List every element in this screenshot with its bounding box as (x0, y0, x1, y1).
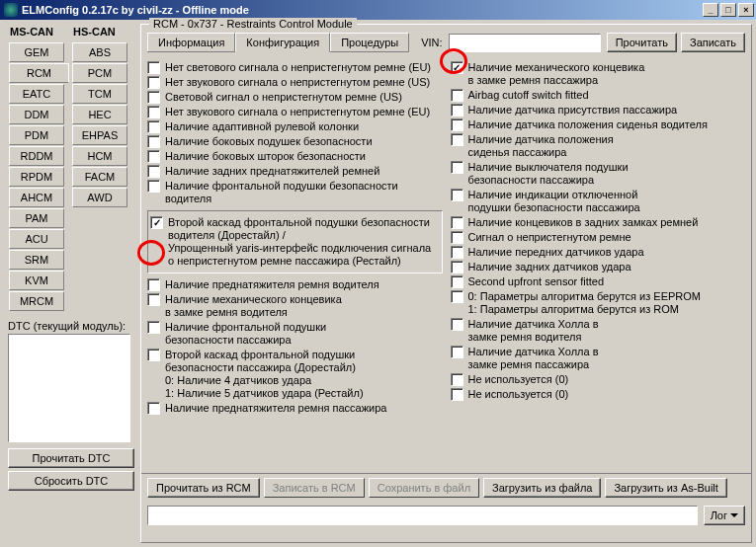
module-tab-tcm[interactable]: TCM (72, 84, 127, 104)
reset-dtc-button[interactable]: Сбросить DTC (8, 471, 134, 491)
checkbox-label: Second upfront sensor fitted (468, 275, 746, 288)
module-tab-abs[interactable]: ABS (72, 42, 127, 62)
checkbox[interactable] (147, 278, 160, 291)
checkbox[interactable] (147, 165, 160, 178)
tab-information[interactable]: Информация (147, 33, 235, 51)
checkbox-label: Airbag cutoff switch fitted (468, 89, 746, 102)
module-tab-eatc[interactable]: EATC (9, 84, 64, 104)
titlebar: ELMConfig 0.2.17c by civil-zz - Offline … (0, 0, 756, 20)
log-button[interactable]: Лог (704, 506, 745, 525)
vin-input[interactable] (449, 34, 601, 52)
checkbox-label: Наличие датчика Холла в замке ремня пасс… (468, 346, 746, 371)
close-button[interactable]: × (738, 3, 754, 17)
checkbox-label: Световой сигнал о непристегнутом ремне (… (165, 91, 443, 104)
checkbox[interactable] (147, 321, 160, 334)
checkbox-label: Наличие передних датчиков удара (468, 246, 746, 259)
checkbox[interactable] (451, 216, 463, 229)
checkbox[interactable] (147, 91, 160, 104)
module-tab-kvm[interactable]: KVM (9, 271, 64, 290)
checkbox[interactable] (147, 150, 160, 163)
module-tab-awd[interactable]: AWD (72, 188, 127, 207)
chevron-down-icon (730, 513, 738, 521)
module-tab-srm[interactable]: SRM (9, 250, 64, 270)
checkbox-label: Второй каскад фронтальной подушки безопа… (168, 216, 438, 268)
checkbox-label: Наличие фронтальной подушки безопасности… (165, 321, 443, 347)
module-tab-pam[interactable]: PAM (9, 208, 64, 228)
module-tab-rddm[interactable]: RDDM (9, 146, 64, 166)
load-from-asbuilt-button[interactable]: Загрузить из As-Built (605, 478, 726, 498)
checkbox-yaris-interface[interactable] (150, 216, 163, 229)
dtc-panel: DTC (текущий модуль): (8, 320, 134, 442)
read-from-rcm-button[interactable]: Прочитать из RCM (147, 478, 260, 498)
ms-can-label: MS-CAN (4, 24, 67, 41)
hs-can-label: HS-CAN (67, 24, 130, 41)
checkbox[interactable] (451, 118, 463, 131)
checkbox[interactable] (451, 346, 463, 358)
checkbox-label: Наличие преднатяжителя ремня водителя (165, 278, 443, 291)
checkbox-label: Наличие датчика Холла в замке ремня води… (468, 318, 746, 344)
window-title: ELMConfig 0.2.17c by civil-zz - Offline … (22, 4, 249, 16)
module-tab-pdm[interactable]: PDM (9, 125, 64, 145)
save-to-file-button[interactable]: Сохранить в файл (369, 478, 479, 498)
module-tab-acu[interactable]: ACU (9, 229, 64, 249)
log-label: Лог (711, 509, 727, 521)
checkbox[interactable] (451, 261, 463, 274)
checkbox-label: Наличие механического концевика в замке … (165, 293, 443, 319)
checkbox-label: Наличие индикации отключенной подушки бе… (468, 189, 746, 214)
checkbox[interactable] (451, 290, 463, 303)
load-from-file-button[interactable]: Загрузить из файла (483, 478, 601, 498)
checkbox[interactable] (451, 275, 463, 288)
module-tab-ddm[interactable]: DDM (9, 105, 64, 124)
module-tab-pcm[interactable]: PCM (72, 63, 127, 83)
read-button[interactable]: Прочитать (607, 33, 677, 52)
read-dtc-button[interactable]: Прочитать DTC (8, 448, 134, 468)
module-tab-rpdm[interactable]: RPDM (9, 167, 64, 187)
checkbox[interactable] (451, 231, 463, 244)
config-left-column: Нет светового сигнала о непристегнутом р… (147, 60, 443, 471)
checkbox-label: Нет звукового сигнала о непристегнутом р… (165, 76, 443, 89)
module-tab-hcm[interactable]: HCM (72, 146, 127, 166)
checkbox-label: 0: Параметры алгоритма берутся из EEPROM… (468, 290, 746, 316)
checkbox[interactable] (451, 89, 463, 102)
module-tab-rcm[interactable]: RCM (9, 63, 69, 83)
checkbox[interactable] (451, 246, 463, 259)
module-tab-ahcm[interactable]: AHCM (9, 188, 64, 207)
checkbox[interactable] (147, 135, 160, 148)
checkbox-label: Наличие концевиков в задних замках ремне… (468, 216, 746, 229)
checkbox[interactable] (147, 76, 160, 89)
tab-procedures[interactable]: Процедуры (330, 33, 409, 51)
checkbox[interactable] (147, 293, 160, 306)
tab-configuration[interactable]: Конфигурация (235, 33, 330, 52)
checkbox[interactable] (451, 133, 463, 146)
checkbox[interactable] (451, 161, 463, 174)
config-right-column: Наличие механического концевика в замке … (451, 60, 746, 471)
checkbox[interactable] (147, 61, 160, 74)
module-tab-hec[interactable]: HEC (72, 105, 127, 124)
checkbox[interactable] (451, 61, 463, 74)
write-to-rcm-button[interactable]: Записать в RCM (264, 478, 365, 498)
checkbox-label: Наличие датчика присутствия пассажира (468, 104, 746, 117)
module-tab-ehpas[interactable]: EHPAS (72, 125, 127, 145)
minimize-button[interactable]: _ (703, 3, 718, 17)
checkbox-label: Наличие механического концевика в замке … (468, 61, 746, 87)
module-tab-gem[interactable]: GEM (9, 42, 64, 62)
checkbox[interactable] (147, 402, 160, 415)
checkbox[interactable] (147, 349, 160, 361)
checkbox[interactable] (451, 373, 463, 386)
checkbox-label: Нет звукового сигнала о непристегнутом р… (165, 106, 443, 118)
maximize-button[interactable]: □ (720, 3, 736, 17)
checkbox[interactable] (147, 180, 160, 193)
checkbox-label: Наличие боковых подушек безопасности (165, 135, 443, 148)
checkbox[interactable] (451, 388, 463, 401)
checkbox[interactable] (451, 189, 463, 201)
checkbox[interactable] (451, 318, 463, 331)
module-tab-facm[interactable]: FACM (72, 167, 127, 187)
module-tabs: Информация Конфигурация Процедуры (147, 33, 409, 52)
checkbox-label: Нет светового сигнала о непристегнутом р… (165, 61, 443, 74)
checkbox[interactable] (147, 106, 160, 118)
dtc-list[interactable] (8, 334, 130, 442)
checkbox[interactable] (147, 120, 160, 133)
write-button[interactable]: Записать (681, 33, 745, 52)
checkbox[interactable] (451, 104, 463, 117)
module-tab-mrcm[interactable]: MRCM (9, 291, 64, 311)
